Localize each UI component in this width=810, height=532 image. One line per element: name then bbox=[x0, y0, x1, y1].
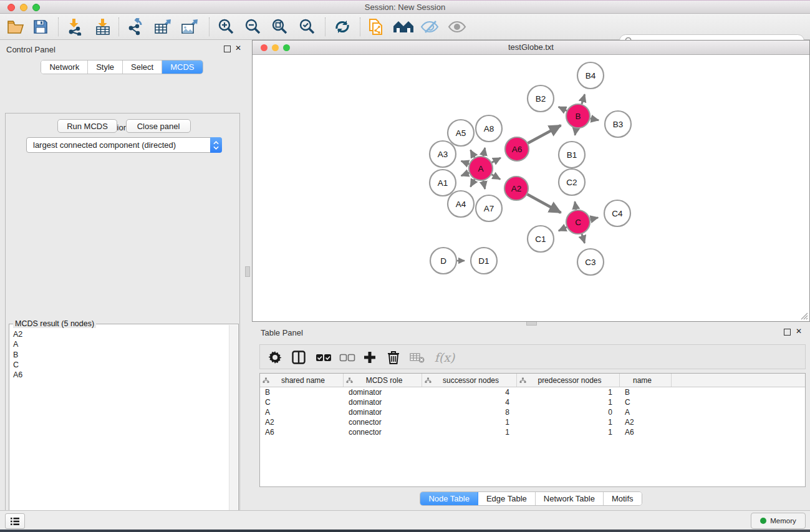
node-B4[interactable]: B4 bbox=[577, 62, 604, 89]
node-C3[interactable]: C3 bbox=[577, 249, 604, 275]
export-image-icon[interactable] bbox=[179, 17, 200, 37]
export-table-icon[interactable] bbox=[152, 17, 173, 37]
node-A8[interactable]: A8 bbox=[476, 115, 502, 142]
run-mcds-button[interactable]: Run MCDS bbox=[57, 119, 117, 133]
edge-B-B4[interactable] bbox=[582, 94, 585, 104]
table-body[interactable]: Bdominator41BCdominator41CAdominator80AA… bbox=[260, 387, 805, 437]
task-history-button[interactable] bbox=[5, 513, 25, 529]
zoom-fit-icon[interactable] bbox=[269, 17, 290, 37]
delete-icon[interactable] bbox=[383, 347, 403, 367]
table-cell[interactable]: 0 bbox=[517, 407, 620, 417]
edge-B-B1[interactable] bbox=[575, 128, 576, 135]
table-cell[interactable]: C bbox=[620, 397, 672, 407]
delete-table-icon[interactable] bbox=[407, 347, 427, 367]
node-B[interactable]: B bbox=[566, 104, 590, 128]
select-all-checkbox-icon[interactable] bbox=[314, 347, 334, 367]
tab-motifs[interactable]: Motifs bbox=[604, 492, 642, 505]
column-header-name[interactable]: name bbox=[620, 374, 672, 387]
node-A[interactable]: A bbox=[469, 157, 493, 180]
node-B2[interactable]: B2 bbox=[528, 85, 554, 112]
export-network-icon[interactable] bbox=[125, 17, 147, 37]
table-cell[interactable]: 1 bbox=[422, 417, 517, 427]
node-B1[interactable]: B1 bbox=[559, 142, 585, 168]
edge-A-A5[interactable] bbox=[470, 150, 475, 158]
node-A4[interactable]: A4 bbox=[448, 191, 474, 217]
table-cell[interactable]: 1 bbox=[517, 427, 620, 437]
tab-mcds[interactable]: MCDS bbox=[162, 60, 202, 74]
criterion-dropdown[interactable]: largest connected component (directed) bbox=[26, 137, 222, 153]
tab-edge-table[interactable]: Edge Table bbox=[478, 492, 536, 505]
clone-network-icon[interactable] bbox=[365, 17, 387, 37]
result-list-item[interactable]: A6 bbox=[13, 370, 229, 380]
minimize-window-icon[interactable] bbox=[20, 4, 27, 11]
show-all-icon[interactable] bbox=[446, 17, 468, 37]
table-row[interactable]: Bdominator41B bbox=[260, 387, 805, 397]
table-cell[interactable]: 1 bbox=[517, 417, 620, 427]
table-cell[interactable]: B bbox=[620, 387, 672, 397]
column-header-MCDS-role[interactable]: MCDS role bbox=[344, 374, 422, 387]
table-cell[interactable]: dominator bbox=[344, 397, 422, 407]
table-row[interactable]: Adominator80A bbox=[260, 407, 805, 417]
edge-A6-B[interactable] bbox=[528, 125, 561, 143]
open-session-icon[interactable] bbox=[5, 17, 26, 37]
table-cell[interactable]: connector bbox=[344, 427, 422, 437]
zoom-selected-icon[interactable] bbox=[296, 17, 317, 37]
vertical-splitter-handle[interactable] bbox=[245, 266, 250, 277]
table-cell[interactable]: B bbox=[260, 387, 344, 397]
node-C[interactable]: C bbox=[566, 210, 590, 234]
maximize-network-icon[interactable] bbox=[283, 44, 290, 51]
table-cell[interactable]: 1 bbox=[517, 387, 620, 397]
tab-network[interactable]: Network bbox=[41, 60, 88, 74]
column-header-predecessor-nodes[interactable]: predecessor nodes bbox=[517, 374, 620, 387]
table-cell[interactable]: A2 bbox=[620, 417, 672, 427]
table-cell[interactable]: connector bbox=[344, 417, 422, 427]
result-list-item[interactable]: A2 bbox=[13, 329, 229, 339]
edge-A-A6[interactable] bbox=[492, 158, 501, 163]
network-canvas[interactable]: B4B2BB3A5A8A6A3B1AA1C2A2A4A7CC4C1DD1C3 bbox=[253, 55, 809, 321]
table-row[interactable]: Cdominator41C bbox=[260, 397, 805, 407]
split-columns-icon[interactable] bbox=[289, 347, 309, 367]
close-panel-button[interactable]: Close panel bbox=[126, 119, 191, 133]
table-cell[interactable]: dominator bbox=[344, 387, 422, 397]
edge-A-A3[interactable] bbox=[461, 161, 470, 164]
edge-A-A7[interactable] bbox=[483, 181, 485, 189]
gear-icon[interactable] bbox=[265, 347, 285, 367]
node-A7[interactable]: A7 bbox=[476, 195, 502, 221]
tab-select[interactable]: Select bbox=[123, 60, 162, 74]
table-cell[interactable]: A6 bbox=[260, 427, 344, 437]
table-row[interactable]: A2connector11A2 bbox=[260, 417, 805, 427]
table-cell[interactable]: 1 bbox=[517, 397, 620, 407]
table-cell[interactable]: A2 bbox=[260, 417, 344, 427]
table-cell[interactable]: 4 bbox=[422, 387, 517, 397]
minimize-network-icon[interactable] bbox=[272, 44, 279, 51]
mcds-result-list[interactable]: A2ABCA6 bbox=[10, 328, 229, 532]
deselect-all-checkbox-icon[interactable] bbox=[337, 347, 357, 367]
tab-node-table[interactable]: Node Table bbox=[420, 492, 478, 505]
close-network-icon[interactable] bbox=[261, 44, 268, 51]
edge-C-C3[interactable] bbox=[582, 234, 585, 243]
table-cell[interactable]: dominator bbox=[344, 407, 422, 417]
result-list-item[interactable]: C bbox=[13, 360, 229, 370]
table-cell[interactable]: A6 bbox=[620, 427, 672, 437]
node-A6[interactable]: A6 bbox=[505, 137, 529, 161]
table-cell[interactable]: C bbox=[260, 397, 344, 407]
edge-A-A8[interactable] bbox=[483, 148, 485, 156]
node-C2[interactable]: C2 bbox=[559, 169, 585, 195]
edge-C-C4[interactable] bbox=[591, 218, 599, 220]
table-cell[interactable]: 8 bbox=[422, 407, 517, 417]
node-A2[interactable]: A2 bbox=[504, 177, 528, 200]
edge-A-A4[interactable] bbox=[470, 179, 475, 186]
hide-selected-icon[interactable] bbox=[419, 17, 440, 37]
result-list-item[interactable]: B bbox=[13, 350, 229, 360]
node-D1[interactable]: D1 bbox=[471, 248, 497, 274]
float-table-panel-icon[interactable] bbox=[783, 327, 791, 336]
node-C4[interactable]: C4 bbox=[604, 200, 630, 226]
edge-C-C2[interactable] bbox=[575, 201, 576, 210]
close-panel-icon[interactable]: ✕ bbox=[234, 44, 243, 52]
node-D[interactable]: D bbox=[430, 248, 456, 274]
add-column-icon[interactable] bbox=[360, 347, 380, 367]
resize-grip-icon[interactable] bbox=[799, 311, 808, 320]
first-neighbors-icon[interactable] bbox=[393, 17, 414, 37]
edge-B-B2[interactable] bbox=[559, 107, 567, 110]
table-row[interactable]: A6connector11A6 bbox=[260, 427, 805, 437]
